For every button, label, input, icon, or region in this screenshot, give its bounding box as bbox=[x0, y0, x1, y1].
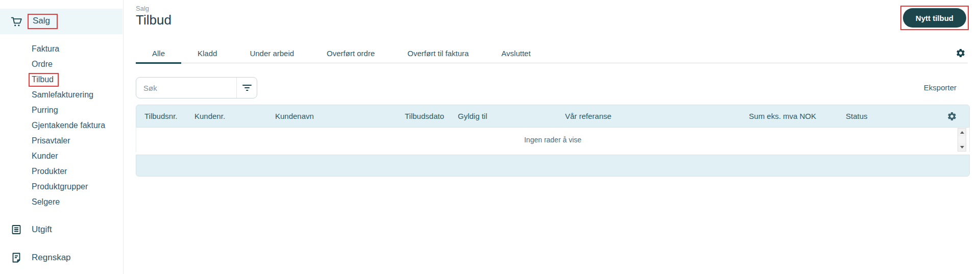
sidebar-item-produkter[interactable]: Produkter bbox=[0, 164, 123, 179]
main-content: Salg Tilbud Nytt tilbud Alle Kladd Under… bbox=[124, 0, 980, 274]
sidebar-item-selgere[interactable]: Selgere bbox=[0, 194, 123, 210]
table-footer-band bbox=[136, 155, 970, 177]
filter-icon bbox=[242, 84, 252, 92]
search-input[interactable] bbox=[136, 78, 236, 98]
column-header-kundenr[interactable]: Kundenr. bbox=[194, 105, 225, 127]
table-header-row: Tilbudsnr. Kundenr. Kundenavn Tilbudsdat… bbox=[136, 105, 970, 128]
scroll-down-arrow-icon[interactable] bbox=[958, 143, 966, 151]
column-header-kundenavn[interactable]: Kundenavn bbox=[275, 105, 314, 127]
offers-table: Tilbudsnr. Kundenr. Kundenavn Tilbudsdat… bbox=[136, 105, 970, 177]
sidebar: Salg Faktura Ordre Tilbud Samlefaktureri… bbox=[0, 0, 124, 274]
sidebar-item-produktgrupper[interactable]: Produktgrupper bbox=[0, 179, 123, 194]
breadcrumb: Salg bbox=[136, 5, 149, 12]
sidebar-item-samlefakturering[interactable]: Samlefakturering bbox=[0, 87, 123, 103]
tab-overfort-ordre[interactable]: Overført ordre bbox=[310, 43, 391, 63]
column-header-var-referanse[interactable]: Vår referanse bbox=[565, 105, 611, 127]
sidebar-item-ordre[interactable]: Ordre bbox=[0, 57, 123, 72]
new-offer-button[interactable]: Nytt tilbud bbox=[903, 8, 966, 28]
sidebar-section-regnskap[interactable]: Regnskap bbox=[0, 252, 71, 264]
sidebar-item-faktura[interactable]: Faktura bbox=[0, 41, 123, 57]
sidebar-item-tilbud-label: Tilbud bbox=[32, 75, 54, 84]
sidebar-nav-salg: Faktura Ordre Tilbud Samlefakturering Pu… bbox=[0, 41, 123, 210]
sidebar-section-salg[interactable]: Salg bbox=[0, 9, 122, 34]
sidebar-section-regnskap-label: Regnskap bbox=[32, 253, 71, 263]
export-link[interactable]: Eksporter bbox=[924, 83, 957, 92]
sidebar-section-utgift-label: Utgift bbox=[32, 225, 52, 235]
column-header-status[interactable]: Status bbox=[846, 105, 868, 127]
empty-state-message: Ingen rader å vise bbox=[524, 136, 581, 144]
annotation-box-salg: Salg bbox=[28, 14, 58, 29]
ledger-icon bbox=[10, 252, 22, 264]
tab-alle[interactable]: Alle bbox=[136, 43, 181, 63]
column-header-gyldig-til[interactable]: Gyldig til bbox=[458, 105, 487, 127]
tab-overfort-til-faktura[interactable]: Overført til faktura bbox=[391, 43, 485, 63]
sidebar-section-utgift[interactable]: Utgift bbox=[0, 223, 52, 236]
tab-settings-gear-icon[interactable] bbox=[955, 48, 966, 58]
column-header-tilbudsnr[interactable]: Tilbudsnr. bbox=[144, 105, 177, 127]
filter-button[interactable] bbox=[236, 78, 257, 98]
sidebar-item-tilbud[interactable]: Tilbud bbox=[0, 72, 123, 87]
page-title: Tilbud bbox=[136, 12, 172, 28]
tab-under-arbeid[interactable]: Under arbeid bbox=[233, 43, 310, 63]
column-header-sum-eks-mva[interactable]: Sum eks. mva NOK bbox=[749, 105, 816, 127]
sidebar-item-prisavtaler[interactable]: Prisavtaler bbox=[0, 133, 123, 148]
tab-avsluttet[interactable]: Avsluttet bbox=[485, 43, 547, 63]
tab-kladd[interactable]: Kladd bbox=[181, 43, 233, 63]
search-box bbox=[136, 77, 257, 98]
column-header-tilbudsdato[interactable]: Tilbudsdato bbox=[405, 105, 444, 127]
table-body: Ingen rader å vise bbox=[136, 128, 970, 152]
annotation-box-new-offer: Nytt tilbud bbox=[900, 6, 969, 30]
expense-document-icon bbox=[10, 223, 22, 236]
annotation-box-tilbud: Tilbud bbox=[29, 73, 59, 87]
cart-icon bbox=[10, 15, 23, 29]
sidebar-section-salg-label: Salg bbox=[33, 16, 50, 26]
table-settings-gear-icon[interactable] bbox=[947, 111, 957, 121]
sidebar-item-purring[interactable]: Purring bbox=[0, 103, 123, 118]
sidebar-item-kunder[interactable]: Kunder bbox=[0, 148, 123, 164]
sidebar-item-gjentakende-faktura[interactable]: Gjentakende faktura bbox=[0, 118, 123, 133]
tab-bar: Alle Kladd Under arbeid Overført ordre O… bbox=[136, 43, 968, 63]
scroll-up-arrow-icon[interactable] bbox=[958, 129, 966, 136]
table-scrollbar[interactable] bbox=[958, 128, 966, 152]
